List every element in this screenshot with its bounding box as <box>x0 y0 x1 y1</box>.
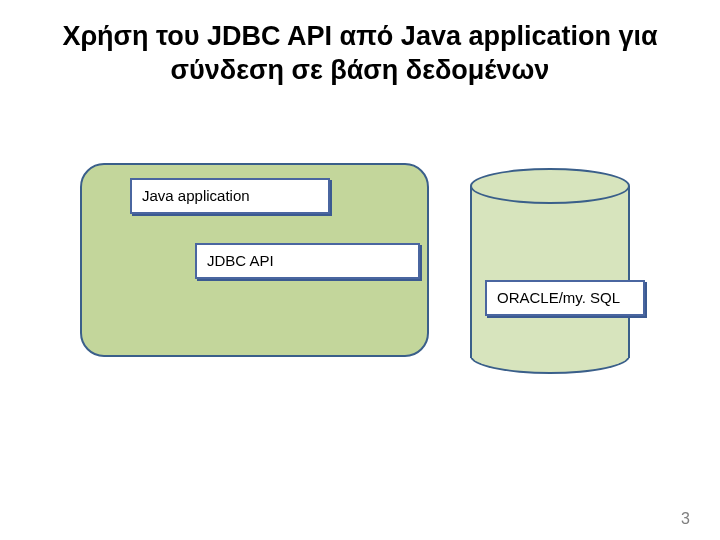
oracle-mysql-box: ORACLE/my. SQL <box>485 280 645 316</box>
page-number: 3 <box>681 510 690 528</box>
java-application-box: Java application <box>130 178 330 214</box>
slide-title: Χρήση του JDBC API από Java application … <box>0 0 720 88</box>
database-cylinder-icon <box>470 168 630 358</box>
jdbc-api-label: JDBC API <box>195 243 420 279</box>
java-application-label: Java application <box>130 178 330 214</box>
diagram-area: Java application JDBC API ORACLE/my. SQL <box>0 88 720 508</box>
database-cylinder-top <box>470 168 630 204</box>
jdbc-api-box: JDBC API <box>195 243 420 279</box>
oracle-mysql-label: ORACLE/my. SQL <box>485 280 645 316</box>
database-cylinder-bottom <box>470 338 630 374</box>
